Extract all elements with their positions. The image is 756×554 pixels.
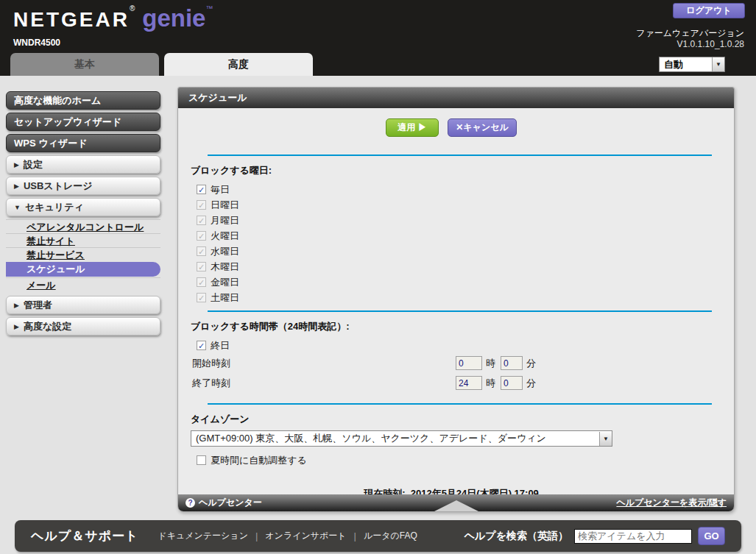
checkbox-tuesday[interactable]	[197, 231, 206, 241]
end-time-label: 終了時刻	[192, 377, 456, 390]
sidebar-item-label: セットアップウィザード	[14, 116, 121, 129]
chevron-right-icon: ▶	[14, 302, 19, 309]
day-checkbox-row[interactable]: 土曜日	[197, 290, 712, 305]
help-support-title: ヘルプ＆サポート	[31, 528, 138, 544]
timezone-select[interactable]: (GMT+09:00) 東京、大阪、札幌、ソウル、ヤクーツク、アデレード、ダーウ…	[191, 430, 612, 447]
checkbox-friday[interactable]	[197, 277, 206, 287]
sidebar-item-label: WPS ウィザード	[14, 137, 87, 150]
sidebar-item-wps-wizard[interactable]: WPS ウィザード	[6, 134, 160, 152]
chevron-right-icon: ▶	[14, 182, 19, 190]
checkbox-label: 終日	[211, 339, 230, 352]
start-hour-input[interactable]	[456, 356, 482, 370]
timezone-value: (GMT+09:00) 東京、大阪、札幌、ソウル、ヤクーツク、アデレード、ダーウ…	[191, 432, 599, 445]
help-center-label: ヘルプセンター	[199, 497, 262, 509]
language-mode-select[interactable]: 自動 ▼	[659, 57, 725, 72]
main-tabs: 基本 高度	[10, 53, 313, 76]
day-checkbox-row[interactable]: 火曜日	[197, 228, 712, 244]
router-faq-link[interactable]: ルータのFAQ	[364, 530, 417, 542]
checkbox-everyday[interactable]	[197, 185, 206, 194]
checkbox-daylight-saving[interactable]	[197, 455, 206, 465]
language-mode-value: 自動	[660, 58, 712, 71]
registered-mark: ®	[130, 4, 135, 13]
hour-unit-label: 時	[486, 357, 495, 370]
firmware-version-value: V1.0.1.10_1.0.28	[636, 39, 744, 50]
footer-bar: ヘルプ＆サポート ドキュメンテーション | オンラインサポート | ルータのFA…	[15, 520, 741, 552]
sidebar-item-label: 高度な機能のホーム	[14, 94, 101, 107]
checkbox-label: 夏時間に自動調整する	[211, 454, 307, 467]
sidebar-item-label: セキュリティ	[25, 201, 84, 214]
dst-checkbox-row[interactable]: 夏時間に自動調整する	[197, 452, 712, 468]
help-center-toggle-link[interactable]: ヘルプセンターを表示/隠す	[616, 497, 727, 509]
action-buttons: 適用 ▶ ✕キャンセル	[191, 118, 712, 137]
go-button[interactable]: GO	[698, 527, 725, 545]
sidebar-item-setup-wizard[interactable]: セットアップウィザード	[6, 113, 160, 131]
app-header: NETGEAR®genie™ WNDR4500 ログアウト ファームウェアバージ…	[0, 0, 756, 76]
block-time-label: ブロックする時間帯（24時間表記）:	[191, 320, 712, 333]
sidebar-item-schedule[interactable]: スケジュール	[6, 262, 160, 277]
genie-wordmark: genie	[142, 4, 205, 32]
day-checkbox-row[interactable]: 水曜日	[197, 244, 712, 259]
sidebar-item-advanced-home[interactable]: 高度な機能のホーム	[6, 91, 160, 110]
checkbox-monday[interactable]	[197, 216, 206, 225]
sidebar-item-block-services[interactable]: 禁止サービス	[6, 247, 160, 261]
help-center-bar: ? ヘルプセンター ヘルプセンターを表示/隠す	[178, 494, 734, 511]
checkbox-label: 水曜日	[211, 245, 239, 258]
collapse-arrow-icon[interactable]	[434, 500, 478, 511]
checkbox-label: 金曜日	[211, 276, 239, 289]
help-search-input[interactable]	[574, 529, 692, 544]
checkbox-all-day[interactable]	[197, 341, 206, 350]
day-checkbox-row[interactable]: 毎日	[197, 182, 712, 197]
footer-links: ドキュメンテーション | オンラインサポート | ルータのFAQ	[158, 530, 417, 542]
checkbox-wednesday[interactable]	[197, 246, 206, 256]
checkbox-saturday[interactable]	[197, 293, 206, 302]
sidebar-item-email[interactable]: メール	[6, 277, 160, 291]
day-checkbox-row[interactable]: 木曜日	[197, 259, 712, 274]
help-center-button[interactable]: ? ヘルプセンター	[186, 497, 262, 509]
start-time-label: 開始時刻	[192, 357, 456, 370]
minute-unit-label: 分	[526, 357, 536, 370]
checkbox-label: 日曜日	[211, 199, 239, 212]
checkbox-thursday[interactable]	[197, 262, 206, 271]
sidebar-item-administration[interactable]: ▶ 管理者	[6, 296, 160, 314]
minute-unit-label: 分	[526, 377, 536, 390]
chevron-down-icon[interactable]: ▼	[599, 432, 612, 446]
sidebar-item-label: 高度な設定	[24, 320, 71, 333]
firmware-version-label: ファームウェアバージョン	[636, 28, 744, 39]
tab-advanced[interactable]: 高度	[164, 53, 313, 76]
checkbox-label: 土曜日	[211, 291, 239, 305]
end-hour-input[interactable]	[456, 376, 482, 390]
section-divider	[208, 403, 712, 405]
logout-button[interactable]: ログアウト	[673, 3, 745, 18]
all-day-checkbox-row[interactable]: 終日	[197, 338, 712, 353]
sidebar-item-label: 設定	[24, 158, 43, 171]
start-time-row: 開始時刻 時 分	[192, 353, 712, 373]
chevron-down-icon[interactable]: ▼	[712, 57, 724, 71]
sidebar-item-parental-control[interactable]: ペアレンタルコントロール	[6, 219, 160, 233]
online-support-link[interactable]: オンラインサポート	[265, 530, 346, 542]
netgear-wordmark: NETGEAR	[13, 8, 130, 31]
checkbox-label: 月曜日	[211, 214, 239, 227]
day-checkbox-row[interactable]: 金曜日	[197, 274, 712, 290]
end-time-row: 終了時刻 時 分	[192, 373, 712, 393]
day-checkbox-row[interactable]: 日曜日	[197, 197, 712, 213]
apply-button[interactable]: 適用 ▶	[386, 118, 439, 137]
chevron-right-icon: ▶	[14, 161, 19, 168]
block-days-label: ブロックする曜日:	[191, 164, 712, 177]
end-minute-input[interactable]	[501, 376, 523, 390]
sidebar-item-settings[interactable]: ▶ 設定	[6, 155, 160, 174]
checkbox-sunday[interactable]	[197, 200, 206, 210]
sidebar-item-block-sites[interactable]: 禁止サイト	[6, 233, 160, 247]
netgear-genie-logo: NETGEAR®genie™	[13, 4, 213, 32]
sidebar-item-label: 管理者	[24, 299, 52, 312]
start-minute-input[interactable]	[501, 356, 523, 370]
day-checkbox-row[interactable]: 月曜日	[197, 213, 712, 228]
section-divider	[208, 155, 712, 156]
tab-basic[interactable]: 基本	[10, 53, 159, 76]
section-divider	[208, 310, 712, 312]
timezone-label: タイムゾーン	[191, 413, 712, 426]
sidebar-item-security[interactable]: ▼ セキュリティ	[6, 198, 160, 216]
sidebar-item-usb-storage[interactable]: ▶ USBストレージ	[6, 177, 160, 195]
documentation-link[interactable]: ドキュメンテーション	[158, 530, 248, 542]
sidebar-item-advanced-setup[interactable]: ▶ 高度な設定	[6, 317, 160, 335]
cancel-button[interactable]: ✕キャンセル	[448, 118, 517, 137]
